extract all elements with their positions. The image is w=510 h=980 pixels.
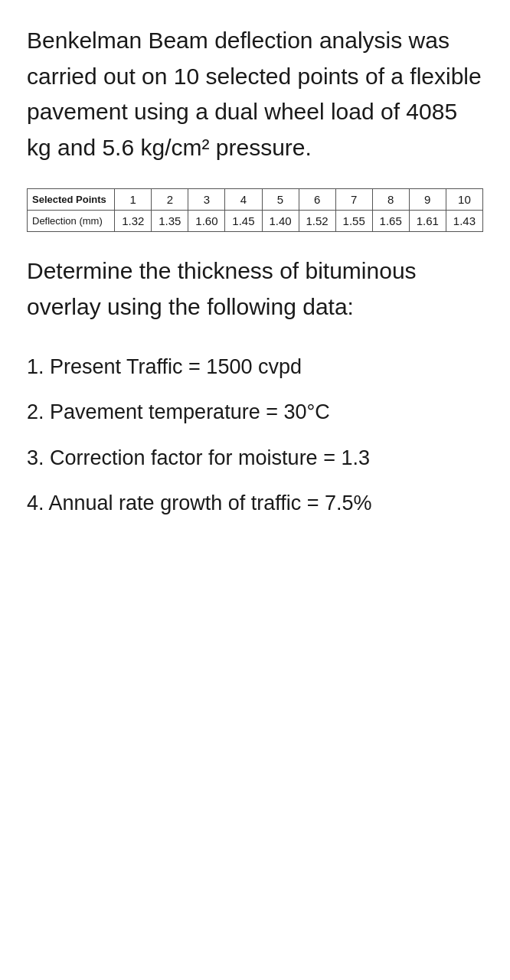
table-cell-10: 1.43: [446, 211, 482, 232]
table-header-6: 6: [299, 189, 335, 211]
table-header-label: Selected Points: [28, 189, 115, 211]
table-cell-7: 1.55: [335, 211, 372, 232]
table-cell-4: 1.45: [225, 211, 262, 232]
table-cell-8: 1.65: [372, 211, 409, 232]
data-item-1: 1. Present Traffic = 1500 cvpd: [27, 348, 483, 387]
table-header-2: 2: [152, 189, 188, 211]
data-items-list: 1. Present Traffic = 1500 cvpd2. Pavemen…: [27, 348, 483, 523]
data-item-4: 4. Annual rate growth of traffic = 7.5%: [27, 484, 483, 523]
intro-paragraph: Benkelman Beam deflection analysis was c…: [27, 23, 483, 165]
table-header-3: 3: [188, 189, 225, 211]
table-header-4: 4: [225, 189, 262, 211]
table-cell-3: 1.60: [188, 211, 225, 232]
data-table-container: Selected Points12345678910Deflection (mm…: [27, 188, 483, 232]
table-header-7: 7: [335, 189, 372, 211]
table-header-1: 1: [115, 189, 152, 211]
determine-paragraph: Determine the thickness of bituminous ov…: [27, 253, 483, 325]
table-cell-5: 1.40: [262, 211, 299, 232]
table-cell-1: 1.32: [115, 211, 152, 232]
data-item-2: 2. Pavement temperature = 30°C: [27, 393, 483, 432]
deflection-table: Selected Points12345678910Deflection (mm…: [27, 188, 483, 232]
table-header-9: 9: [409, 189, 446, 211]
table-cell-6: 1.52: [299, 211, 335, 232]
table-header-10: 10: [446, 189, 482, 211]
data-item-3: 3. Correction factor for moisture = 1.3: [27, 439, 483, 478]
table-header-5: 5: [262, 189, 299, 211]
table-header-8: 8: [372, 189, 409, 211]
table-cell-9: 1.61: [409, 211, 446, 232]
table-row-label: Deflection (mm): [28, 211, 115, 232]
table-cell-2: 1.35: [152, 211, 188, 232]
